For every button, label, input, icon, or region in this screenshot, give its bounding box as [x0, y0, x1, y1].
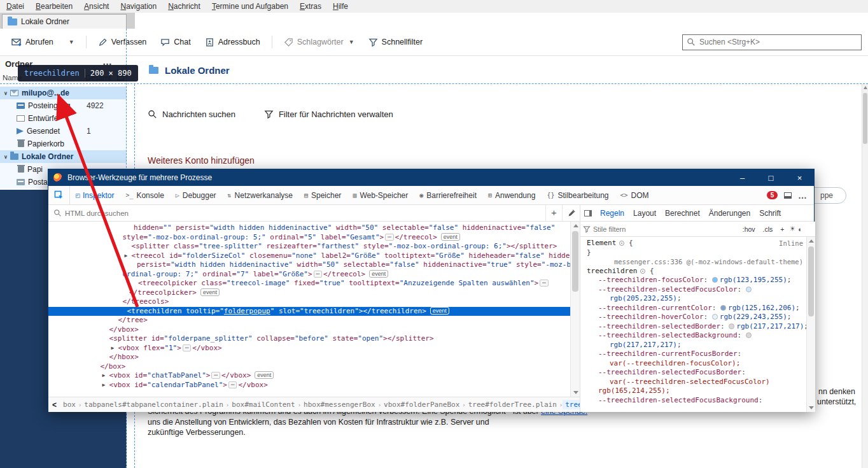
breadcrumb-scroll-left[interactable]: <: [48, 401, 60, 409]
minimize-button[interactable]: –: [728, 169, 757, 186]
breadcrumb-item[interactable]: tabpanels#tabpanelcontainer.plain: [81, 400, 226, 409]
markup-line[interactable]: </vbox>: [48, 325, 580, 335]
menu-bearbeiten[interactable]: Bearbeiten: [36, 2, 73, 11]
markup-scrollbar[interactable]: [570, 222, 580, 397]
color-swatch[interactable]: [746, 287, 752, 292]
expand-twisty-icon[interactable]: ▶: [111, 344, 118, 353]
color-scheme-icon[interactable]: ◐: [798, 225, 802, 233]
add-account-heading[interactable]: Weiteres Konto hinzufügen: [148, 155, 255, 166]
menu-extras[interactable]: Extras: [300, 2, 321, 11]
menu-nachricht[interactable]: Nachricht: [168, 2, 200, 11]
eyedropper-button[interactable]: [562, 205, 579, 221]
css-rule-line[interactable]: }: [580, 248, 807, 258]
expand-twisty-icon[interactable]: ▶: [102, 381, 109, 390]
split-console-icon[interactable]: [784, 192, 792, 199]
markup-line[interactable]: ▶<vbox flex="1">⋯</vbox>: [48, 344, 580, 353]
expand-twisty-icon[interactable]: ▶: [125, 252, 132, 261]
css-rule-line[interactable]: Element {Inline: [580, 239, 807, 248]
color-swatch[interactable]: [712, 277, 718, 283]
pick-element-button[interactable]: [48, 186, 70, 204]
color-swatch[interactable]: [729, 323, 734, 329]
markup-line[interactable]: ▶<treecol id="folderSizeCol" closemenu="…: [48, 252, 580, 261]
css-rule-line[interactable]: --treechildren-selectedBackground:: [580, 331, 807, 341]
markup-line[interactable]: hidden="" persist="width hidden hiddenin…: [48, 223, 580, 233]
color-swatch[interactable]: [712, 314, 718, 320]
rules-scrollbar[interactable]: [806, 237, 815, 412]
event-badge[interactable]: event: [255, 371, 274, 379]
css-rule-line[interactable]: treechildren {: [580, 267, 807, 276]
inline-expander[interactable]: ⋯: [314, 271, 322, 278]
tags-button[interactable]: Schlagwörter ▼: [279, 35, 360, 50]
twisty-icon[interactable]: ∨: [4, 90, 10, 96]
css-rule-line[interactable]: var(--treechildren-focusColor);: [580, 359, 807, 369]
quickfilter-button[interactable]: Schnellfilter: [363, 35, 428, 50]
css-rule-line[interactable]: --treechildren-currentColor: rgb(125,162…: [580, 304, 807, 313]
markup-line[interactable]: </tree>: [48, 316, 580, 325]
scroll-up-arrow[interactable]: [864, 86, 867, 89]
attribute-link[interactable]: folderpopup: [224, 307, 270, 315]
event-badge[interactable]: event: [441, 233, 460, 241]
rules-button-hov[interactable]: :hov: [740, 225, 758, 234]
get-mail-button[interactable]: Abrufen: [6, 34, 59, 50]
sidebar-tab-layout[interactable]: Layout: [629, 209, 661, 218]
folder-row-papierkorb[interactable]: Papierkorb: [0, 138, 127, 150]
devtools-tab-konsole[interactable]: >_Konsole: [120, 186, 169, 204]
search-messages-link[interactable]: Nachrichten suchen: [148, 110, 235, 119]
scrollbar-thumb[interactable]: [863, 93, 867, 144]
menu-hilfe[interactable]: Hilfe: [333, 2, 348, 11]
maximize-button[interactable]: □: [757, 169, 785, 186]
inline-expander[interactable]: ⋯: [385, 234, 393, 241]
css-rule-line[interactable]: --treechildren-focusColor: rgb(123,195,2…: [580, 276, 807, 285]
devtools-tab-barrierefreiheit[interactable]: ◉Barrierefreiheit: [414, 186, 482, 204]
devtools-tab-dom[interactable]: <>DOM: [615, 186, 655, 204]
markup-line[interactable]: <splitter id="folderpane_splitter" colla…: [48, 334, 580, 344]
devtools-tab-inspektor[interactable]: ◰Inspektor: [70, 186, 120, 204]
meatball-menu-icon[interactable]: …: [798, 192, 808, 199]
sidebar-tab--nderungen[interactable]: Änderungen: [704, 209, 755, 218]
rules-filter-input[interactable]: [593, 225, 689, 233]
manage-filters-link[interactable]: Filter für Nachrichten verwalten: [264, 110, 393, 119]
markup-line[interactable]: ordinal-group: 7;" ordinal="7" label="Gr…: [48, 270, 580, 280]
sidebar-tab-schrift[interactable]: Schrift: [755, 209, 785, 218]
markup-line[interactable]: </box>: [48, 362, 580, 372]
color-swatch[interactable]: [720, 305, 726, 311]
markup-line[interactable]: ▶<vbox id="calendarTabPanel">⋯</vbox>: [48, 381, 580, 390]
css-rule-line[interactable]: rgb(205,232,255);: [580, 294, 807, 304]
folder-row-entw-rfe[interactable]: Entwürfe: [0, 112, 127, 125]
markup-line[interactable]: <splitter class="tree-splitter" resizeaf…: [48, 242, 580, 252]
breadcrumb-item[interactable]: treechildren: [563, 400, 580, 409]
sidebar-tab-regeln[interactable]: Regeln: [596, 209, 629, 218]
menu-termine-und-aufgaben[interactable]: Termine und Aufgaben: [212, 2, 288, 11]
devtools-tab-web-speicher[interactable]: ▥Web-Speicher: [347, 186, 414, 204]
css-rule-line[interactable]: --treechildren-selectedFocusColor:: [580, 285, 807, 295]
css-rule-line[interactable]: --treechildren-selectedBorder: rgb(217,2…: [580, 322, 807, 332]
event-badge[interactable]: event: [200, 288, 220, 296]
markup-search-input[interactable]: [65, 205, 539, 221]
rule-source-link[interactable]: messenger.css:336 @(-moz-windows-default…: [614, 257, 803, 267]
scrollbar-thumb[interactable]: [572, 231, 578, 292]
menu-datei[interactable]: Datei: [6, 2, 24, 11]
css-rule-line[interactable]: messenger.css:336 @(-moz-windows-default…: [580, 257, 807, 267]
scrollbar-thumb[interactable]: [808, 246, 814, 316]
scroll-up-arrow[interactable]: [573, 224, 578, 227]
inline-expander[interactable]: ⋯: [540, 280, 548, 287]
add-node-button[interactable]: +: [545, 205, 562, 221]
devtools-tab-stilbearbeitung[interactable]: {}Stilbearbeitung: [541, 186, 614, 204]
markup-line[interactable]: style="-moz-box-ordinal-group: 5;" ordin…: [48, 233, 580, 243]
close-button[interactable]: ×: [785, 169, 814, 186]
devtools-tab-speicher[interactable]: ▤Speicher: [298, 186, 347, 204]
global-search-input[interactable]: [682, 34, 862, 50]
scroll-down-arrow[interactable]: [573, 391, 578, 394]
chat-button[interactable]: Chat: [155, 35, 195, 50]
inline-expander[interactable]: ⋯: [211, 372, 220, 379]
expand-twisty-icon[interactable]: ▶: [102, 371, 109, 381]
error-count-badge[interactable]: 5: [767, 191, 778, 199]
folder-row-milupo-de[interactable]: ∨milupo@...de: [0, 87, 127, 99]
rule-source-link[interactable]: Inline: [779, 239, 803, 248]
css-rule-line[interactable]: --treechildren-hoverColor: rgb(229,243,2…: [580, 313, 807, 322]
css-rule-line[interactable]: var(--treechildren-selectedFocusColor): [580, 378, 807, 387]
inline-expander[interactable]: ⋯: [183, 344, 191, 351]
event-badge[interactable]: event: [369, 270, 388, 278]
rules-button-[interactable]: +: [778, 225, 787, 234]
devtools-tab-anwendung[interactable]: ⊞Anwendung: [482, 186, 541, 204]
